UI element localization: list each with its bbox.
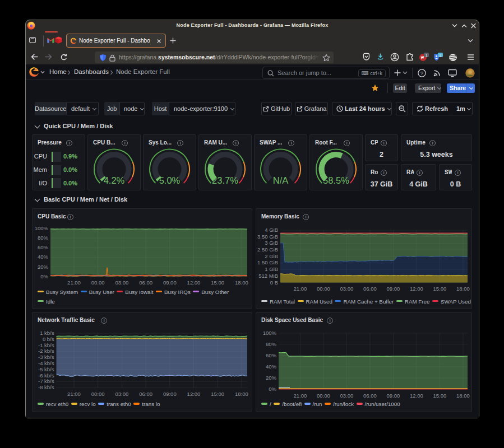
- svg-text:21:00: 21:00: [294, 393, 307, 399]
- svg-text:100%: 100%: [263, 330, 277, 336]
- svg-text:100%: 100%: [35, 225, 49, 231]
- svg-text:1 kb/s: 1 kb/s: [40, 330, 54, 336]
- svg-text:09:00: 09:00: [163, 391, 177, 397]
- svg-text:23.7%: 23.7%: [212, 175, 238, 185]
- svg-text:21:00: 21:00: [67, 391, 81, 397]
- svg-text:18:00: 18:00: [456, 286, 470, 292]
- svg-text:0%: 0%: [40, 273, 48, 279]
- svg-text:20%: 20%: [38, 264, 49, 270]
- svg-text:20%: 20%: [266, 375, 277, 381]
- svg-text:09:00: 09:00: [387, 286, 400, 292]
- svg-text:15:00: 15:00: [211, 279, 224, 286]
- svg-text:2: 2: [440, 53, 442, 57]
- svg-text:15:00: 15:00: [211, 391, 224, 397]
- svg-text:80%: 80%: [38, 235, 49, 241]
- svg-text:06:00: 06:00: [139, 391, 152, 397]
- svg-text:09:00: 09:00: [387, 393, 400, 399]
- svg-text:12:00: 12:00: [187, 391, 201, 397]
- svg-text:21:00: 21:00: [294, 286, 307, 292]
- svg-text:15:00: 15:00: [433, 393, 447, 399]
- svg-text:03:00: 03:00: [340, 393, 354, 399]
- svg-text:-5 kb/s: -5 kb/s: [38, 366, 54, 372]
- svg-text:06:00: 06:00: [363, 286, 377, 292]
- svg-text:3.50 GiB: 3.50 GiB: [257, 234, 278, 240]
- svg-text:09:00: 09:00: [163, 279, 177, 286]
- svg-text:18:00: 18:00: [235, 391, 248, 397]
- svg-text:03:00: 03:00: [340, 286, 354, 292]
- svg-text:3 GiB: 3 GiB: [265, 240, 278, 246]
- svg-text:06:00: 06:00: [139, 279, 152, 286]
- svg-text:12:00: 12:00: [187, 279, 201, 286]
- svg-text:18:00: 18:00: [235, 279, 248, 286]
- svg-text:512 MiB: 512 MiB: [258, 273, 278, 279]
- svg-text:?: ?: [420, 71, 423, 76]
- svg-text:00:00: 00:00: [91, 391, 105, 397]
- svg-text:00:00: 00:00: [317, 393, 330, 399]
- svg-text:5.0%: 5.0%: [159, 175, 181, 185]
- svg-text:-4 kb/s: -4 kb/s: [38, 360, 54, 366]
- svg-text:-2 kb/s: -2 kb/s: [38, 348, 54, 354]
- svg-text:03:00: 03:00: [115, 279, 129, 286]
- svg-text:15:00: 15:00: [433, 286, 447, 292]
- svg-text:00:00: 00:00: [91, 279, 105, 286]
- svg-text:1.50 GiB: 1.50 GiB: [257, 259, 278, 265]
- svg-text:03:00: 03:00: [115, 391, 129, 397]
- svg-text:N/A: N/A: [273, 175, 289, 185]
- svg-text:12:00: 12:00: [410, 286, 423, 292]
- svg-text:0 b/s: 0 b/s: [43, 336, 54, 342]
- svg-text:60%: 60%: [266, 352, 277, 358]
- svg-text:0 B: 0 B: [270, 279, 278, 286]
- svg-text:40%: 40%: [266, 363, 277, 370]
- svg-text:1: 1: [426, 53, 428, 57]
- svg-text:1 GiB: 1 GiB: [265, 266, 278, 272]
- svg-text:4 GiB: 4 GiB: [265, 227, 278, 233]
- svg-text:80%: 80%: [266, 341, 277, 347]
- svg-text:4.2%: 4.2%: [104, 175, 125, 185]
- svg-text:12:00: 12:00: [410, 393, 423, 399]
- svg-text:-1 kb/s: -1 kb/s: [38, 342, 54, 348]
- svg-text:-7 kb/s: -7 kb/s: [38, 378, 54, 384]
- svg-text:-6 kb/s: -6 kb/s: [38, 372, 54, 379]
- svg-text:2.50 GiB: 2.50 GiB: [257, 246, 278, 253]
- svg-text:58.5%: 58.5%: [323, 175, 349, 185]
- svg-text:00:00: 00:00: [317, 286, 330, 292]
- svg-text:60%: 60%: [38, 244, 49, 250]
- svg-text:18:00: 18:00: [456, 393, 470, 399]
- svg-text:2 GiB: 2 GiB: [265, 253, 278, 259]
- svg-text:0%: 0%: [269, 386, 276, 392]
- svg-text:21:00: 21:00: [67, 279, 81, 286]
- svg-text:-8 kb/s: -8 kb/s: [38, 384, 54, 390]
- svg-text:06:00: 06:00: [363, 393, 377, 399]
- svg-text:40%: 40%: [38, 254, 49, 260]
- svg-text:-3 kb/s: -3 kb/s: [38, 354, 54, 360]
